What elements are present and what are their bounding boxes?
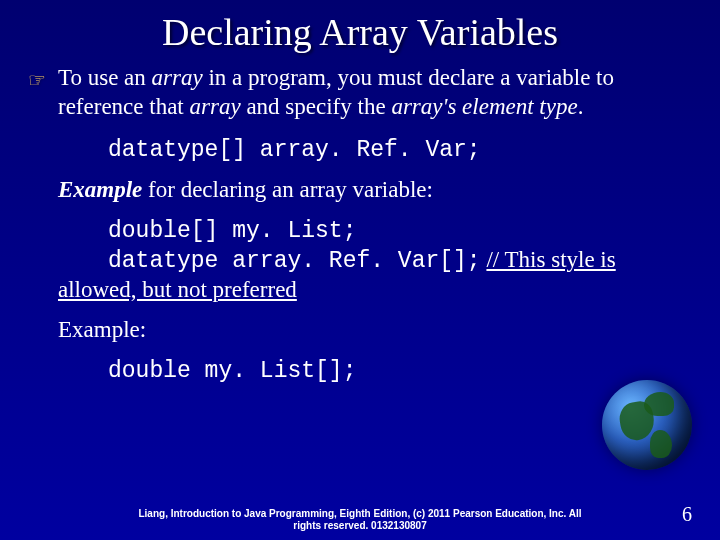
bullet-text: To use an array in a program, you must d… [58,65,614,119]
code-3-note: // This style is [486,247,615,272]
code-line-4: double my. List[]; [58,357,660,386]
pointer-icon: ☞ [28,68,46,93]
example-intro: Example for declaring an array variable: [58,176,660,205]
bullet-item: ☞ To use an array in a program, you must… [58,64,660,122]
code-line-1: datatype[] array. Ref. Var; [58,136,660,165]
example-label: Example: [58,316,660,345]
footer-citation: Liang, Introduction to Java Programming,… [0,508,720,532]
page-number: 6 [682,503,692,526]
slide-title: Declaring Array Variables [0,0,720,64]
code-3-code: datatype array. Ref. Var[]; [58,248,481,274]
globe-image [592,370,702,480]
slide-body: ☞ To use an array in a program, you must… [0,64,720,386]
code-line-2: double[] my. List; [58,217,660,246]
code-line-3: datatype array. Ref. Var[]; // This styl… [58,246,660,305]
